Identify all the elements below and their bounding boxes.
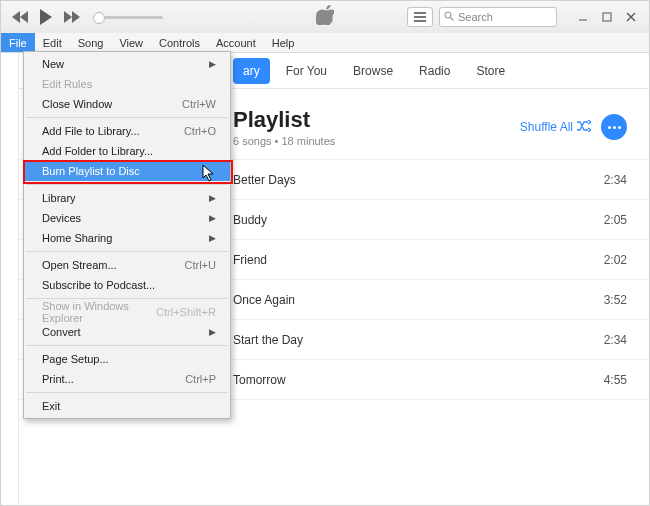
track-duration: 2:05 <box>604 213 627 227</box>
tab-browse[interactable]: Browse <box>343 58 403 84</box>
menu-separator <box>26 117 228 118</box>
play-button[interactable] <box>39 9 53 25</box>
submenu-arrow-icon: ▶ <box>209 233 216 243</box>
playlist-title: Playlist <box>233 107 335 133</box>
menu-item-label: Add File to Library... <box>42 125 140 137</box>
svg-point-0 <box>445 12 451 18</box>
track-duration: 4:55 <box>604 373 627 387</box>
menu-item-convert[interactable]: Convert▶ <box>24 322 230 342</box>
search-placeholder: Search <box>458 11 493 23</box>
track-name: Tomorrow <box>233 373 604 387</box>
menu-item-label: Close Window <box>42 98 112 110</box>
file-menu-dropdown: New▶Edit RulesClose WindowCtrl+WAdd File… <box>23 51 231 419</box>
menu-item-shortcut: Ctrl+Shift+R <box>156 306 216 318</box>
menu-separator <box>26 345 228 346</box>
playback-controls <box>11 9 81 25</box>
menu-item-label: Subscribe to Podcast... <box>42 279 155 291</box>
menu-item-label: New <box>42 58 64 70</box>
track-name: Buddy <box>233 213 604 227</box>
submenu-arrow-icon: ▶ <box>209 59 216 69</box>
submenu-arrow-icon: ▶ <box>209 213 216 223</box>
track-duration: 2:02 <box>604 253 627 267</box>
svg-rect-3 <box>603 13 611 21</box>
volume-slider[interactable] <box>93 16 163 19</box>
titlebar-right-group: Search <box>407 7 643 27</box>
window-controls <box>571 7 643 27</box>
shuffle-all-button[interactable]: Shuffle All <box>520 120 591 135</box>
shuffle-label: Shuffle All <box>520 120 573 134</box>
menu-item-devices[interactable]: Devices▶ <box>24 208 230 228</box>
menu-item-label: Exit <box>42 400 60 412</box>
more-actions-button[interactable] <box>601 114 627 140</box>
track-name: Start the Day <box>233 333 604 347</box>
shuffle-icon <box>577 120 591 135</box>
track-duration: 2:34 <box>604 333 627 347</box>
menu-item-shortcut: Ctrl+P <box>185 373 216 385</box>
titlebar: Search <box>1 1 649 33</box>
menu-item-add-file-to-library[interactable]: Add File to Library...Ctrl+O <box>24 121 230 141</box>
submenu-arrow-icon: ▶ <box>209 327 216 337</box>
menu-item-close-window[interactable]: Close WindowCtrl+W <box>24 94 230 114</box>
svg-line-1 <box>451 18 454 21</box>
tab-for-you[interactable]: For You <box>276 58 337 84</box>
list-view-button[interactable] <box>407 7 433 27</box>
track-name: Better Days <box>233 173 604 187</box>
close-button[interactable] <box>619 7 643 27</box>
menu-separator <box>26 184 228 185</box>
menu-item-label: Print... <box>42 373 74 385</box>
track-name: Once Again <box>233 293 604 307</box>
next-track-button[interactable] <box>63 11 81 23</box>
menu-item-label: Library <box>42 192 76 204</box>
menubar: FileEditSongViewControlsAccountHelp <box>1 33 649 53</box>
tab-radio[interactable]: Radio <box>409 58 460 84</box>
maximize-button[interactable] <box>595 7 619 27</box>
menu-item-library[interactable]: Library▶ <box>24 188 230 208</box>
menu-item-shortcut: Ctrl+U <box>185 259 216 271</box>
menu-item-label: Devices <box>42 212 81 224</box>
menu-item-add-folder-to-library[interactable]: Add Folder to Library... <box>24 141 230 161</box>
menu-item-burn-playlist-to-disc[interactable]: Burn Playlist to Disc <box>24 161 230 181</box>
menu-help[interactable]: Help <box>264 33 303 52</box>
menu-view[interactable]: View <box>111 33 151 52</box>
menu-song[interactable]: Song <box>70 33 112 52</box>
menu-item-show-in-windows-explorer: Show in Windows ExplorerCtrl+Shift+R <box>24 302 230 322</box>
track-name: Friend <box>233 253 604 267</box>
menu-edit[interactable]: Edit <box>35 33 70 52</box>
menu-account[interactable]: Account <box>208 33 264 52</box>
menu-item-label: Burn Playlist to Disc <box>42 165 140 177</box>
left-gutter <box>1 53 19 505</box>
menu-item-print[interactable]: Print...Ctrl+P <box>24 369 230 389</box>
submenu-arrow-icon: ▶ <box>209 193 216 203</box>
playlist-subtitle: 6 songs • 18 minutes <box>233 135 335 147</box>
menu-item-open-stream[interactable]: Open Stream...Ctrl+U <box>24 255 230 275</box>
menu-item-subscribe-to-podcast[interactable]: Subscribe to Podcast... <box>24 275 230 295</box>
tab-library[interactable]: ary <box>233 58 270 84</box>
menu-item-page-setup[interactable]: Page Setup... <box>24 349 230 369</box>
menu-item-label: Edit Rules <box>42 78 92 90</box>
menu-item-edit-rules: Edit Rules <box>24 74 230 94</box>
menu-item-label: Convert <box>42 326 81 338</box>
apple-logo-icon <box>316 5 334 29</box>
search-input[interactable]: Search <box>439 7 557 27</box>
menu-controls[interactable]: Controls <box>151 33 208 52</box>
menu-item-label: Add Folder to Library... <box>42 145 153 157</box>
menu-item-shortcut: Ctrl+O <box>184 125 216 137</box>
tab-store[interactable]: Store <box>466 58 515 84</box>
track-duration: 3:52 <box>604 293 627 307</box>
minimize-button[interactable] <box>571 7 595 27</box>
menu-separator <box>26 392 228 393</box>
menu-item-label: Home Sharing <box>42 232 112 244</box>
menu-item-label: Page Setup... <box>42 353 109 365</box>
menu-item-exit[interactable]: Exit <box>24 396 230 416</box>
menu-item-new[interactable]: New▶ <box>24 54 230 74</box>
menu-item-home-sharing[interactable]: Home Sharing▶ <box>24 228 230 248</box>
menu-item-label: Show in Windows Explorer <box>42 300 156 324</box>
menu-separator <box>26 298 228 299</box>
search-icon <box>444 11 454 23</box>
menu-item-label: Open Stream... <box>42 259 117 271</box>
prev-track-button[interactable] <box>11 11 29 23</box>
menu-item-shortcut: Ctrl+W <box>182 98 216 110</box>
track-duration: 2:34 <box>604 173 627 187</box>
menu-file[interactable]: File <box>1 33 35 52</box>
menu-separator <box>26 251 228 252</box>
